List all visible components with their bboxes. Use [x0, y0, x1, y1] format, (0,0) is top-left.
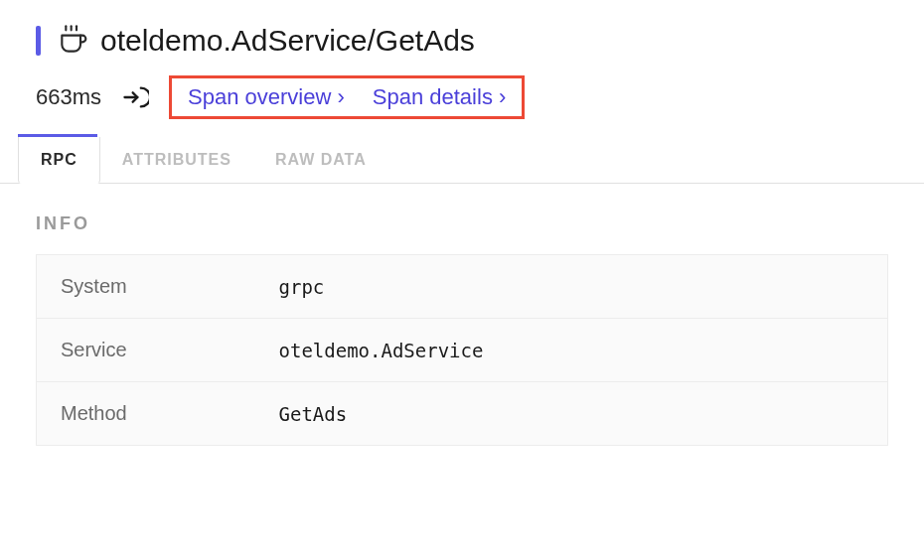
enter-arrow-icon [121, 83, 149, 111]
highlight-box: Span overview › Span details › [169, 75, 525, 119]
table-row: Method GetAds [37, 382, 888, 446]
duration-value: 663ms [36, 84, 101, 110]
span-details-link[interactable]: Span details › [373, 84, 507, 110]
active-tab-indicator [18, 134, 97, 137]
table-row: Service oteldemo.AdService [37, 319, 888, 382]
info-label-service: Service [37, 319, 255, 382]
page-title: oteldemo.AdService/GetAds [100, 24, 475, 58]
title-row: oteldemo.AdService/GetAds [36, 24, 888, 58]
table-row: System grpc [37, 255, 888, 319]
span-overview-link[interactable]: Span overview › [188, 84, 345, 110]
tab-rpc[interactable]: RPC [18, 137, 100, 184]
info-label-system: System [37, 255, 255, 319]
tab-attributes[interactable]: ATTRIBUTES [100, 137, 253, 183]
info-value-method: GetAds [255, 382, 888, 446]
coffee-icon [57, 25, 88, 57]
header: oteldemo.AdService/GetAds 663ms Span ove… [0, 0, 924, 137]
tab-raw-data[interactable]: RAW DATA [253, 137, 388, 183]
sub-row: 663ms Span overview › Span details › [36, 75, 888, 119]
info-table: System grpc Service oteldemo.AdService M… [36, 254, 888, 446]
section-heading: INFO [36, 213, 888, 234]
info-value-system: grpc [255, 255, 888, 319]
content: INFO System grpc Service oteldemo.AdServ… [0, 184, 924, 476]
accent-bar [36, 26, 41, 56]
tabs: RPC ATTRIBUTES RAW DATA [0, 137, 924, 184]
info-label-method: Method [37, 382, 255, 446]
info-value-service: oteldemo.AdService [255, 319, 888, 382]
